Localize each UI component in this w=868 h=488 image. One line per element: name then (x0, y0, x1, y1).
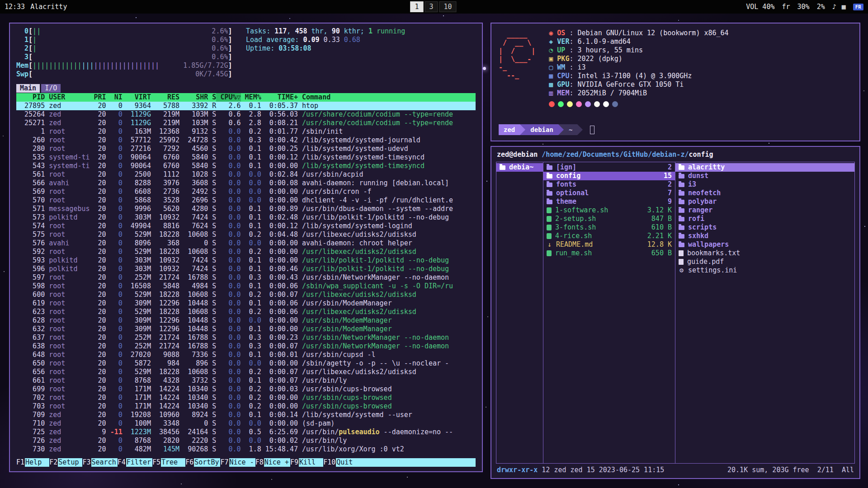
process-row[interactable]: 598root2001650858484984S0.00.10:00.06/sb… (16, 282, 476, 291)
process-row[interactable]: 27895zed200936457883392R2.60.10:05.37hto… (16, 102, 476, 110)
process-row[interactable]: 703root200171M1422410340S0.00.20:00.00/u… (16, 402, 476, 411)
column-header-res[interactable]: RES (151, 93, 179, 102)
file-item[interactable]: 1-software.sh3.12 K (543, 206, 675, 215)
process-row[interactable]: 576avahi20080963680S0.00.00:00.00avahi-d… (16, 239, 476, 248)
column-header-ni[interactable]: NI (106, 93, 123, 102)
column-header-s[interactable]: S (208, 93, 216, 102)
file-item[interactable]: optional7 (543, 189, 675, 197)
process-row[interactable]: 656root200529M1822810608S0.00.20:00.07/u… (16, 368, 476, 376)
process-row[interactable]: 710zed200100M33480S0.00.00:00.00(sd-pam) (16, 419, 476, 428)
column-header-shr[interactable]: SHR (179, 93, 208, 102)
process-row[interactable]: 535systemd-ti2009006467605840S0.00.10:00… (16, 153, 476, 162)
file-item[interactable]: wallpapers (675, 240, 854, 249)
process-row[interactable]: 592root200529M1822810608S0.00.20:00.00/u… (16, 248, 476, 256)
file-item[interactable]: neofetch (675, 189, 854, 197)
fn-f10[interactable]: F10Quit (323, 458, 360, 467)
process-row[interactable]: 725zed9-111223M3845624164S0.00.56:25.69/… (16, 428, 476, 436)
file-item[interactable]: alacritty (675, 163, 854, 172)
volume-icon[interactable]: ♪ (832, 3, 836, 11)
fn-f2[interactable]: F2Setup (49, 458, 82, 467)
column-header-mem[interactable]: MEM% (241, 93, 261, 102)
process-row[interactable]: 25264zed2001129G219M103MS0.62.80:56.03/u… (16, 110, 476, 119)
process-row[interactable]: 566avahi200828839763608S0.00.00:00.08ava… (16, 179, 476, 188)
process-row[interactable]: 702root200171M1422410340S0.00.20:00.00/u… (16, 394, 476, 402)
column-header-cpu[interactable]: CPU%▽ (216, 93, 241, 102)
file-item[interactable]: fonts2 (543, 180, 675, 189)
fn-f7[interactable]: F7Nice - (220, 458, 255, 467)
display-icon[interactable]: ▦ (842, 3, 846, 11)
file-item[interactable]: debia~ (496, 163, 543, 172)
fn-f1[interactable]: F1Help (16, 458, 49, 467)
process-row[interactable]: 543systemd-ti2009006467605840S0.00.10:00… (16, 162, 476, 170)
process-row[interactable]: 575root200529M1822810608S0.00.20:04.48/u… (16, 230, 476, 239)
process-row[interactable]: 699root200171M1422410340S0.00.20:00.03/u… (16, 385, 476, 394)
process-row[interactable]: 1root200163M123689132S0.00.20:01.77/sbin… (16, 127, 476, 136)
process-row[interactable]: 632root200309M1229610448S0.00.10:00.00/u… (16, 325, 476, 333)
file-item[interactable]: dunst (675, 172, 854, 180)
file-item[interactable]: guide.pdf (675, 258, 854, 266)
fn-f5[interactable]: F5Tree (152, 458, 185, 467)
workspace-button-10[interactable]: 10 (439, 1, 457, 12)
file-item[interactable]: theme9 (543, 197, 675, 206)
file-item[interactable]: polybar (675, 197, 854, 206)
tab-main[interactable]: Main (16, 84, 40, 93)
tab-i-o[interactable]: I/O (41, 84, 61, 93)
fn-f6[interactable]: F6SortBy (185, 458, 220, 467)
column-header-pri[interactable]: PRI (90, 93, 106, 102)
process-row[interactable]: 260root200577122599224728S0.00.30:00.42/… (16, 136, 476, 145)
column-header-pid[interactable]: PID (16, 93, 45, 102)
process-row[interactable]: 569root200660827362492S0.00.00:00.00/usr… (16, 188, 476, 196)
process-row[interactable]: 726zed200876828202220S0.00.00:00.02/usr/… (16, 436, 476, 445)
ranger-window[interactable]: zed@debian /home/zed/Documents/GitHub/de… (491, 146, 860, 479)
process-row[interactable]: 648root2002702090887336S0.00.10:00.01/us… (16, 351, 476, 359)
file-item[interactable]: scripts (675, 223, 854, 232)
file-item[interactable]: 4-rice.sh2.21 K (543, 232, 675, 240)
column-header-virt[interactable]: VIRT (123, 93, 151, 102)
fn-f8[interactable]: F8Nice + (255, 458, 290, 467)
process-row[interactable]: 571messagebus200999656204280S0.00.10:00.… (16, 205, 476, 213)
file-item[interactable]: 3-fonts.sh610 B (543, 223, 675, 232)
file-item[interactable]: 2-setup.sh847 B (543, 215, 675, 223)
process-row[interactable]: 593polkitd200303M109327424S0.00.10:00.00… (16, 256, 476, 265)
current-column[interactable]: [ign]2config15fonts2optional7theme91-sof… (543, 162, 675, 463)
process-row[interactable]: 600root200529M1822810608S0.00.20:00.07/u… (16, 291, 476, 299)
column-header-time[interactable]: TIME+ (261, 93, 298, 102)
process-row[interactable]: 637root200252M2172416788S0.00.30:00.23/u… (16, 333, 476, 342)
process-list[interactable]: 27895zed200936457883392R2.60.10:05.37hto… (16, 102, 476, 454)
file-item[interactable]: ↓README.md12.8 K (543, 240, 675, 249)
process-row[interactable]: 25271zed2001129G219M103MS0.62.80:08.21/u… (16, 119, 476, 127)
file-item[interactable]: config15 (543, 172, 675, 180)
process-row[interactable]: 570root200586835282696S0.00.00:00.00dhcl… (16, 196, 476, 205)
workspace-button-1[interactable]: 1 (410, 1, 423, 12)
fn-f3[interactable]: F3Search (82, 458, 117, 467)
process-row[interactable]: 623root200529M1822810608S0.00.20:00.06/u… (16, 308, 476, 316)
file-item[interactable]: bookmarks.txt (675, 249, 854, 258)
process-row[interactable]: 730zed200482M145M90268S0.01.815:48.47/us… (16, 445, 476, 454)
workspace-button-3[interactable]: 3 (425, 1, 438, 12)
htop-window[interactable]: 0[||2.6%]1[|0.6%]2[|0.6%]3[0.6%]Mem[||||… (9, 23, 483, 472)
file-item[interactable]: i3 (675, 180, 854, 189)
file-item[interactable]: ⚙settings.ini (675, 266, 854, 275)
neofetch-window[interactable]: _____ / __ \ | / | | \___- -_ --_ ◉OS : … (491, 23, 860, 141)
process-row[interactable]: 597root200252M2172416788S0.00.30:00.43/u… (16, 273, 476, 282)
process-row[interactable]: 573polkitd200303M109327424S0.00.10:02.48… (16, 213, 476, 222)
shell-prompt[interactable]: zeddebian~ (499, 124, 852, 135)
file-item[interactable]: rofi (675, 215, 854, 223)
preview-column[interactable]: alacrittydunsti3neofetchpolybarrangerrof… (675, 162, 854, 463)
file-item[interactable]: sxhkd (675, 232, 854, 240)
process-row[interactable]: 596polkitd200303M109327424S0.00.10:00.46… (16, 265, 476, 273)
file-item[interactable]: ranger (675, 206, 854, 215)
process-row[interactable]: 650root2005872984896S0.00.00:00.00/sbin/… (16, 359, 476, 368)
fn-f4[interactable]: F4Filter (118, 458, 152, 467)
process-row[interactable]: 574root2004990488167624S0.00.10:00.12/li… (16, 222, 476, 230)
process-row[interactable]: 709zed20019208109608924S0.00.10:00.14/li… (16, 411, 476, 419)
process-row[interactable]: 280root2002721672924560S0.00.10:00.25/li… (16, 145, 476, 153)
file-item[interactable]: run_me.sh650 B (543, 249, 675, 258)
parent-column[interactable]: debia~ (496, 162, 543, 463)
column-header-command[interactable]: Command (302, 93, 476, 102)
fn-f9[interactable]: F9Kill (290, 458, 323, 467)
process-row[interactable]: 661root200876843283732S0.00.10:00.07/usr… (16, 376, 476, 385)
process-row[interactable]: 619root200309M1229610448S0.00.10:00.06/u… (16, 299, 476, 308)
process-row[interactable]: 628root200309M1229610448S0.00.00:00.00/u… (16, 316, 476, 325)
file-item[interactable]: [ign]2 (543, 163, 675, 172)
